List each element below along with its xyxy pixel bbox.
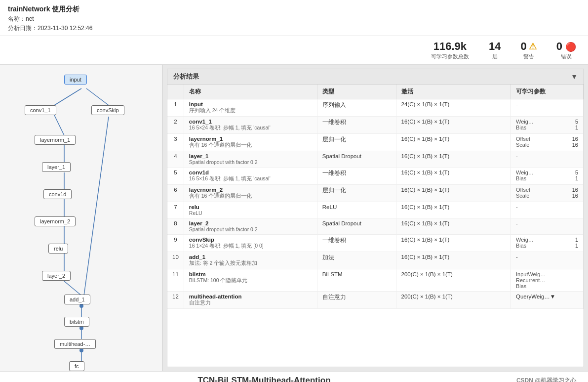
cell-layer-type: Spatial Dropout — [317, 151, 396, 168]
stat-errors: 0 🔴 错误 — [556, 40, 576, 60]
svg-line-0 — [54, 88, 81, 105]
svg-line-9 — [84, 117, 109, 296]
table-container[interactable]: 名称 类型 激活 可学习参数 1input序列输入 24 个维度序列输入24(C… — [167, 85, 584, 367]
node-relu[interactable]: relu — [48, 244, 68, 254]
node-multihead[interactable]: multihead-… — [54, 339, 96, 349]
table-row[interactable]: 4layer_1Spatial dropout with factor 0.2S… — [167, 151, 584, 168]
param-val: 1 — [556, 125, 578, 130]
cell-activation: 16(C) × 1(B) × 1(T) — [396, 168, 510, 185]
svg-line-8 — [64, 281, 81, 296]
cell-row-num: 4 — [167, 151, 184, 168]
cell-layer-type: 层归一化 — [317, 134, 396, 151]
cell-params: QueryWeig…▼ — [510, 292, 583, 309]
cell-layer-type: ReLU — [317, 202, 396, 218]
error-icon: 🔴 — [565, 42, 576, 52]
param-key: InputWeig… — [516, 271, 560, 277]
node-bilstm[interactable]: bilstm — [64, 317, 89, 327]
cell-row-num: 8 — [167, 218, 184, 235]
param-val — [563, 271, 578, 277]
node-convskip[interactable]: convSkip — [91, 105, 124, 115]
cell-activation: 200(C) × 1(B) × 1(T) — [396, 292, 510, 309]
cell-row-num: 2 — [167, 117, 184, 134]
table-row[interactable]: 8layer_2Spatial dropout with factor 0.2S… — [167, 218, 584, 235]
node-fc[interactable]: fc — [69, 361, 84, 371]
cell-layer-name: conv1d16 5×16 卷积: 步幅 1, 填充 'causal' — [184, 168, 317, 185]
table-row[interactable]: 1input序列输入 24 个维度序列输入24(C) × 1(B) × 1(T)… — [167, 99, 584, 117]
table-row[interactable]: 9convSkip16 1×24 卷积: 步幅 1, 填充 [0 0]一维卷积1… — [167, 235, 584, 252]
table-row[interactable]: 3layernorm_1含有 16 个通道的层归一化层归一化16(C) × 1(… — [167, 134, 584, 151]
cell-layer-name: add_1加法: 将 2 个输入按元素相加 — [184, 252, 317, 269]
cell-layer-name: bilstmBiLSTM: 100 个隐藏单元 — [184, 269, 317, 292]
param-key: Bias — [516, 125, 553, 130]
param-val — [563, 283, 578, 289]
node-layer-1[interactable]: layer_1 — [42, 162, 71, 172]
right-panel: 分析结果 ▼ 名称 类型 激活 可学习参数 1input序 — [167, 69, 584, 367]
param-val: 16 — [552, 187, 578, 193]
cell-params: Offset16Scale16 — [510, 185, 583, 202]
app-title: trainNetwork 使用分析 — [8, 5, 580, 14]
cell-activation: 16(C) × 1(B) × 1(T) — [396, 202, 510, 218]
param-key: Weig… — [516, 237, 553, 243]
cell-row-num: 10 — [167, 252, 184, 269]
param-key: Offset — [516, 187, 549, 193]
node-input[interactable]: input — [64, 75, 87, 85]
cell-layer-type: 一维卷积 — [317, 168, 396, 185]
param-key: Weig… — [516, 170, 553, 175]
cell-layer-name: layernorm_1含有 16 个通道的层归一化 — [184, 134, 317, 151]
cell-layer-type: 一维卷积 — [317, 117, 396, 134]
param-val: 1 — [556, 237, 578, 243]
node-layer-2[interactable]: layer_2 — [42, 271, 71, 281]
table-row[interactable]: 5conv1d16 5×16 卷积: 步幅 1, 填充 'causal'一维卷积… — [167, 168, 584, 185]
node-conv1-1[interactable]: conv1_1 — [25, 105, 56, 115]
svg-point-16 — [79, 348, 83, 352]
cell-layer-name: layernorm_2含有 16 个通道的层归一化 — [184, 185, 317, 202]
param-val: 16 — [552, 136, 578, 142]
param-val: 1 — [556, 243, 578, 249]
cell-activation: 16(C) × 1(B) × 1(T) — [396, 235, 510, 252]
date-label: 分析日期： — [8, 25, 38, 32]
cell-layer-name: reluReLU — [184, 202, 317, 218]
network-diagram: input conv1_1 convSkip layernorm_1 layer… — [5, 70, 157, 366]
cell-params: Weig…5Bias1 — [510, 168, 583, 185]
cell-activation: 16(C) × 1(B) × 1(T) — [396, 218, 510, 235]
col-num — [167, 85, 184, 99]
param-key: Scale — [516, 193, 549, 199]
name-label: 名称： — [8, 15, 26, 22]
params-value: 116.9k — [433, 40, 467, 53]
table-row[interactable]: 11bilstmBiLSTM: 100 个隐藏单元BiLSTM200(C) × … — [167, 269, 584, 292]
cell-row-num: 1 — [167, 99, 184, 117]
node-add-1[interactable]: add_1 — [64, 295, 90, 304]
header-meta: 名称：net — [8, 15, 580, 23]
node-conv1d[interactable]: conv1d — [43, 189, 72, 199]
table-row[interactable]: 10add_1加法: 将 2 个输入按元素相加加法16(C) × 1(B) × … — [167, 252, 584, 269]
table-row[interactable]: 2conv1_116 5×24 卷积: 步幅 1, 填充 'causal'一维卷… — [167, 117, 584, 134]
cell-row-num: 6 — [167, 185, 184, 202]
cell-row-num: 11 — [167, 269, 184, 292]
stats-bar: 116.9k 可学习参数总数 14 层 0 ⚠ 警告 0 🔴 错误 — [0, 36, 588, 65]
table-row[interactable]: 12multihead-attention自注意力自注意力200(C) × 1(… — [167, 292, 584, 309]
cell-params: InputWeig…Recurrent…Bias — [510, 269, 583, 292]
col-params: 可学习参数 — [510, 85, 583, 99]
table-row[interactable]: 7reluReLUReLU16(C) × 1(B) × 1(T)- — [167, 202, 584, 218]
cell-params: - — [510, 218, 583, 235]
table-row[interactable]: 6layernorm_2含有 16 个通道的层归一化层归一化16(C) × 1(… — [167, 185, 584, 202]
col-activation: 激活 — [396, 85, 510, 99]
cell-row-num: 5 — [167, 168, 184, 185]
svg-point-15 — [79, 326, 83, 330]
cell-layer-type: 一维卷积 — [317, 235, 396, 252]
node-layernorm-1[interactable]: layernorm_1 — [35, 135, 76, 145]
bottom-credit: CSDN @机器学习之心 — [516, 377, 576, 382]
layers-value: 14 — [489, 40, 501, 53]
warning-icon: ⚠ — [529, 41, 537, 52]
cell-layer-type: 层归一化 — [317, 185, 396, 202]
param-key: Bias — [516, 243, 553, 249]
cell-params: - — [510, 99, 583, 117]
cell-layer-type: 自注意力 — [317, 292, 396, 309]
node-layernorm-2[interactable]: layernorm_2 — [35, 216, 76, 226]
cell-activation: 16(C) × 1(B) × 1(T) — [396, 117, 510, 134]
svg-line-1 — [86, 88, 109, 105]
panel-dropdown-icon[interactable]: ▼ — [571, 73, 578, 81]
cell-activation: 16(C) × 1(B) × 1(T) — [396, 185, 510, 202]
cell-layer-type: 加法 — [317, 252, 396, 269]
analysis-table: 名称 类型 激活 可学习参数 1input序列输入 24 个维度序列输入24(C… — [167, 85, 584, 309]
